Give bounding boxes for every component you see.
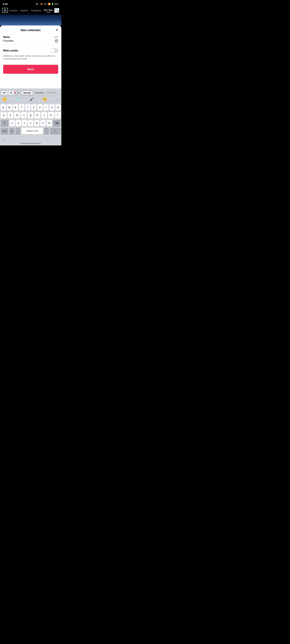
notification-dot <box>15 92 16 94</box>
status-bar: 8:38 📷 · 🔕 ▪▪▪▪▪ 📶 🔋 85% <box>0 0 61 7</box>
key-a[interactable]: @a <box>1 112 6 118</box>
key-d[interactable]: £d <box>14 112 20 118</box>
make-public-toggle[interactable] <box>50 48 58 53</box>
key-s[interactable]: #s <box>8 112 13 118</box>
key-w[interactable]: 2w <box>7 104 12 111</box>
emoji-dismiss-button[interactable]: ⌄ <box>56 98 59 101</box>
cellular-icon: ▪▪▪▪▪ <box>44 3 47 5</box>
keyboard-bottom-bar: ⌄ <box>0 136 61 142</box>
keyboard-row-1: 1q 2w 3e 4r 5t 6y 7u 8i 9o 0p <box>1 104 61 111</box>
art-label: ART <box>3 92 6 94</box>
keyboard-toolbar: ART QR ▾ Normal Random Premium <box>0 90 61 96</box>
qr-keyboard-button[interactable]: QR <box>8 91 14 95</box>
tab-friends[interactable]: Friends <box>10 9 18 12</box>
key-f[interactable]: _f <box>21 112 27 118</box>
key-t[interactable]: 5t <box>25 104 30 111</box>
modal-sheet: New collection ✕ Name 9/30 Favorites ✕ M… <box>0 26 61 88</box>
key-p[interactable]: 0p <box>56 104 61 111</box>
key-v[interactable]: ;v <box>28 120 33 126</box>
save-button[interactable]: Save <box>3 65 58 74</box>
active-tab-indicator <box>46 12 50 12</box>
tv-icon: 📺 <box>4 8 6 11</box>
key-x[interactable]: "x <box>16 120 21 126</box>
key-e[interactable]: 3e <box>13 104 18 111</box>
premium-keyboard-button[interactable]: Premium <box>46 91 58 95</box>
key-q[interactable]: 1q <box>1 104 6 111</box>
modal-header: New collection ✕ <box>3 28 58 32</box>
keyboard-row-3: ⇧ *z "x :c ;v !b ?n m ⌫ <box>1 120 61 126</box>
tab-explore[interactable]: Explore <box>20 9 28 12</box>
key-z[interactable]: *z <box>10 120 15 126</box>
modal-close-button[interactable]: ✕ <box>56 28 58 32</box>
art-keyboard-button[interactable]: ART <box>1 91 8 95</box>
background-image <box>0 14 61 26</box>
keyboard-area: ART QR ▾ Normal Random Premium 😶 👕 🎤 😊 ⌄… <box>0 88 61 146</box>
smile-emoji-button[interactable]: 😊 <box>43 97 47 102</box>
battery-icon: 🔋 85% <box>51 3 58 5</box>
tab-following[interactable]: Following <box>31 9 41 12</box>
live-label: LIVE <box>3 11 7 12</box>
key-n[interactable]: ?n <box>40 120 46 126</box>
name-label: Name <box>3 36 10 38</box>
search-button[interactable]: 🔍 <box>54 8 59 13</box>
home-bar <box>20 143 41 144</box>
keyboard-row-bottom: ?123 ☺ , English (UK) . ✓ <box>1 128 61 134</box>
public-description: Collections made public will be shown on… <box>3 54 58 60</box>
random-keyboard-button[interactable]: Random <box>34 91 45 95</box>
modal-title: New collection <box>21 28 40 32</box>
comma-key[interactable]: , <box>16 128 20 134</box>
tab-for-you-container[interactable]: For You <box>44 9 52 12</box>
space-key[interactable]: English (UK) <box>22 128 43 134</box>
key-j[interactable]: +j <box>41 112 47 118</box>
clear-input-button[interactable]: ✕ <box>55 39 58 42</box>
emoji-row: 😶 👕 🎤 😊 ⌄ <box>0 96 61 103</box>
key-y[interactable]: 6y <box>31 104 36 111</box>
keyboard-row-2: @a #s £d _f &g -h +j (k )l <box>1 112 61 118</box>
name-field-header: Name 9/30 <box>3 36 58 38</box>
period-key[interactable]: . <box>44 128 49 134</box>
tab-for-you[interactable]: For You <box>44 9 52 11</box>
shirt-emoji-button[interactable]: 👕 <box>16 97 20 102</box>
qr-label: QR <box>10 92 12 94</box>
key-l[interactable]: )l <box>55 112 61 118</box>
key-i[interactable]: 8i <box>44 104 48 111</box>
keyboard-dismiss-button[interactable]: ⌄ <box>2 137 5 141</box>
shift-key[interactable]: ⇧ <box>1 120 8 126</box>
top-nav: 📺 LIVE Friends Explore Following For You… <box>0 7 61 14</box>
mute-icon: 🔕 <box>40 3 43 5</box>
return-key[interactable]: ✓ <box>50 128 61 134</box>
status-time: 8:38 <box>3 3 8 5</box>
toggle-knob <box>50 48 55 53</box>
delete-key[interactable]: ⌫ <box>53 120 61 126</box>
num-key[interactable]: ?123 <box>1 128 8 134</box>
mic-emoji-button[interactable]: 🎤 <box>30 97 34 102</box>
face-emoji-button[interactable]: 😶 <box>2 97 7 102</box>
keyboard-chevron-button[interactable]: ▾ <box>17 91 20 95</box>
camera-icon: 📷 <box>36 3 38 5</box>
name-counter: 9/30 <box>54 36 58 38</box>
make-public-row: Make public <box>3 48 58 53</box>
key-o[interactable]: 9o <box>50 104 54 111</box>
key-m[interactable]: m <box>47 120 52 126</box>
normal-keyboard-button[interactable]: Normal <box>21 90 33 95</box>
emoji-key[interactable]: ☺ <box>9 128 14 134</box>
make-public-label: Make public <box>3 49 18 52</box>
nav-tabs: Friends Explore Following For You <box>10 9 53 12</box>
key-k[interactable]: (k <box>48 112 54 118</box>
key-u[interactable]: 7u <box>37 104 42 111</box>
signal-icon: · <box>39 3 40 5</box>
wifi-icon: 📶 <box>48 3 50 5</box>
name-input-row: Favorites ✕ <box>3 39 58 44</box>
key-r[interactable]: 4r <box>19 104 24 111</box>
key-rows: 1q 2w 3e 4r 5t 6y 7u 8i 9o 0p @a #s £d _… <box>0 103 61 136</box>
name-input[interactable]: Favorites <box>3 40 55 42</box>
home-indicator <box>0 142 61 146</box>
key-c[interactable]: :c <box>22 120 27 126</box>
key-h[interactable]: -h <box>34 112 40 118</box>
key-g[interactable]: &g <box>28 112 34 118</box>
live-button[interactable]: 📺 LIVE <box>2 8 8 13</box>
status-icons: 📷 · 🔕 ▪▪▪▪▪ 📶 🔋 85% <box>36 3 58 5</box>
key-b[interactable]: !b <box>34 120 40 126</box>
